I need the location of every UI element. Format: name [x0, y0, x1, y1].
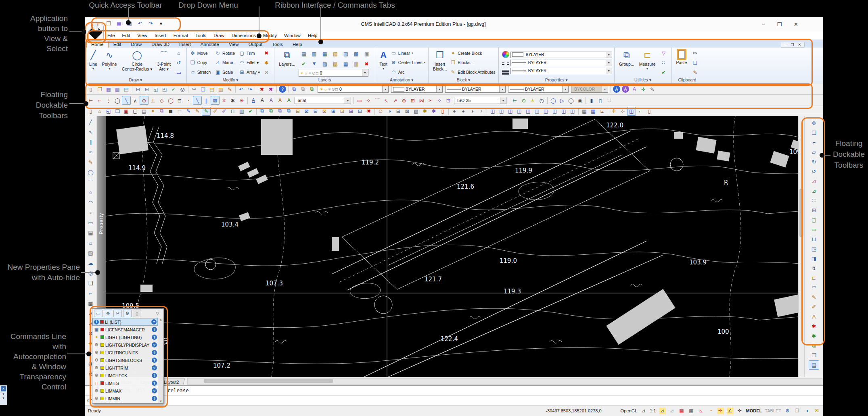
popup-tool-icon[interactable]: {}	[133, 310, 141, 317]
snap-toolbar-icon[interactable]: ▮	[587, 96, 596, 105]
annotation-tool-arc[interactable]: ◠Arc	[390, 69, 426, 75]
command-input[interactable]: Command: LI	[85, 396, 823, 406]
chevron-down-icon[interactable]: ▼	[436, 86, 442, 92]
layer-tool-icon[interactable]: ▣	[362, 49, 371, 58]
toolbar-icon[interactable]: ◫	[488, 107, 497, 116]
toolbar-icon[interactable]: ❒	[95, 85, 104, 94]
toolbar-icon[interactable]: ✱	[420, 107, 429, 116]
status-11[interactable]: 1:1	[650, 408, 656, 413]
snap-toolbar-icon[interactable]: ⋮	[104, 96, 113, 105]
toolbar-icon[interactable]: ⊹	[618, 107, 627, 116]
toolbar-icon[interactable]: ⊾	[598, 107, 607, 116]
close-button[interactable]: ✕	[794, 21, 798, 27]
snap-toolbar-icon[interactable]: ✳	[237, 96, 246, 105]
draw-toolbar-icon[interactable]: ∿	[86, 127, 96, 137]
snap-toolbar-icon[interactable]: ⌒	[373, 96, 382, 105]
modify-toolbar-icon[interactable]: ⊏	[809, 273, 819, 283]
modify-toolbar-icon[interactable]: ▭	[809, 225, 819, 234]
modify-toolbar-icon[interactable]: A	[809, 312, 819, 321]
toolbar-icon[interactable]: ✎	[225, 85, 234, 94]
layer-tool-icon[interactable]: ✔	[299, 59, 308, 68]
toolbar-icon[interactable]: ◫	[506, 107, 515, 116]
save-as-icon[interactable]: ▥	[125, 19, 134, 28]
toolbar-icon[interactable]: ▯	[645, 107, 654, 116]
modify-mini-icon[interactable]: ✖	[262, 49, 271, 58]
command-line-area[interactable]: ile version: R15 ( release Command: LI	[85, 385, 823, 405]
snap-toolbar-icon[interactable]: ▷	[558, 96, 567, 105]
draw-toolbar-icon[interactable]: ⌒	[86, 178, 96, 187]
modify-toolbar-icon[interactable]: ⊞	[809, 206, 819, 215]
tab-help[interactable]: Help	[288, 41, 307, 48]
status-toggle-icon[interactable]: ◑	[803, 408, 810, 414]
status-toggle-icon[interactable]: ✛	[736, 408, 743, 414]
toolbar-icon[interactable]: ⊠	[302, 107, 311, 116]
clipboard-mini-icon[interactable]: ✎	[690, 68, 699, 77]
popup-item-licensemanager[interactable]: ▣LICENSEMANAGER?	[92, 326, 158, 333]
ribbon-layer-combo[interactable]: ☀☼✳⊙□ 0 ▼	[299, 69, 368, 77]
chevron-down-icon[interactable]: ▼	[382, 86, 388, 92]
layer-tool-icon[interactable]: ▥	[352, 59, 361, 68]
toolbar-icon[interactable]: ●	[450, 107, 459, 116]
layer-tool-icon[interactable]: ▼	[310, 59, 319, 68]
draw-toolbar-icon[interactable]: ▩	[86, 299, 96, 308]
toolbar-icon[interactable]: ✎	[648, 85, 657, 94]
utilities-mini-icon[interactable]: ∷	[659, 58, 668, 67]
chevron-down-icon[interactable]: ▼	[606, 60, 612, 66]
modify-toolbar-icon[interactable]: ◨	[809, 254, 819, 263]
toolbar-icon[interactable]: ✖	[257, 85, 266, 94]
help-icon[interactable]: ?	[152, 388, 157, 393]
draw-toolbar-icon[interactable]: ⌐	[86, 289, 96, 298]
toolbar-icon[interactable]: ✖	[364, 107, 373, 116]
popup-item-light[interactable]: ✦LIGHT (LIGHTING)?	[92, 333, 158, 341]
status-toggle-icon[interactable]: ▦	[688, 408, 695, 414]
modify-toolbar-icon[interactable]: ▱	[809, 148, 819, 157]
draw-toolbar-icon[interactable]: ≈	[86, 148, 96, 157]
chevron-down-icon[interactable]: ▼	[499, 86, 505, 92]
lineweight-combo[interactable]: BYLAYER▼	[508, 85, 569, 93]
close-command-window-icon[interactable]: ×	[1, 386, 6, 391]
status-toggle-icon[interactable]: ◔	[707, 408, 714, 414]
snap-toolbar-icon[interactable]: ⊠	[211, 96, 220, 105]
toolbar-icon[interactable]: ⧉	[258, 107, 267, 116]
modify-tool-move[interactable]: ✥Move	[189, 48, 211, 58]
snap-toolbar-icon[interactable]: A	[276, 96, 284, 105]
chevron-down-icon[interactable]: ▼	[606, 52, 612, 58]
help-icon[interactable]: ?	[152, 373, 157, 378]
modify-toolbar-icon[interactable]: ▢	[809, 215, 819, 225]
tab-draw[interactable]: Draw	[126, 41, 147, 48]
modify-toolbar-icon[interactable]: ◠	[809, 283, 819, 292]
toolbar-icon[interactable]: ⊡	[356, 107, 364, 116]
snap-toolbar-icon[interactable]: ▯	[596, 96, 605, 105]
toolbar-icon[interactable]: A	[622, 85, 629, 93]
toolbar-icon[interactable]: ⊞	[347, 107, 356, 116]
toolbar-icon[interactable]: ◫	[533, 107, 542, 116]
snap-toolbar-icon[interactable]: ✧	[364, 96, 373, 105]
snap-toolbar-icon[interactable]: A	[249, 96, 258, 105]
snap-toolbar-icon[interactable]: ⊡	[175, 96, 184, 105]
snap-toolbar-icon[interactable]: ◯	[113, 96, 122, 105]
paste-button[interactable]: Paste	[674, 48, 690, 77]
draw-toolbar-icon[interactable]: ⌂	[86, 238, 96, 248]
toolbar-icon[interactable]: ▤	[122, 85, 131, 94]
layer-tool-icon[interactable]: ▦	[320, 49, 329, 58]
modify-tool-fillet[interactable]: ◠Fillet ▾	[238, 58, 261, 68]
toolbar-icon[interactable]: ⊟	[293, 107, 302, 116]
tab-view[interactable]: View	[224, 41, 244, 48]
chevron-down-icon[interactable]: ▼	[345, 97, 351, 104]
menu-item-edit[interactable]: Edit	[120, 32, 133, 39]
toolbar-icon[interactable]: ◫	[497, 107, 506, 116]
toolbar-icon[interactable]: ⧉	[307, 85, 316, 94]
toolbar-icon[interactable]: ⊟	[311, 107, 320, 116]
modify-toolbar-icon[interactable]: ⊔	[809, 235, 819, 244]
dimstyle-combo[interactable]: ISO-25▼	[454, 97, 506, 104]
snap-toolbar-icon[interactable]: ⊢	[86, 96, 95, 105]
qat-overflow-icon[interactable]: ▾	[157, 19, 165, 28]
toolbar-icon[interactable]: ◫	[542, 107, 550, 116]
status-toggle-icon[interactable]: ▦	[678, 408, 685, 414]
snap-toolbar-icon[interactable]: ↖	[382, 96, 391, 105]
modify-mini-icon[interactable]: ✱	[262, 58, 271, 67]
modify-toolbar-icon[interactable]: ▤	[809, 360, 819, 370]
snap-toolbar-icon[interactable]: ╲	[193, 96, 202, 105]
status-toggle-icon[interactable]: ✉	[813, 408, 820, 414]
popup-item-limits[interactable]: ▯LIMITS?	[92, 379, 158, 387]
